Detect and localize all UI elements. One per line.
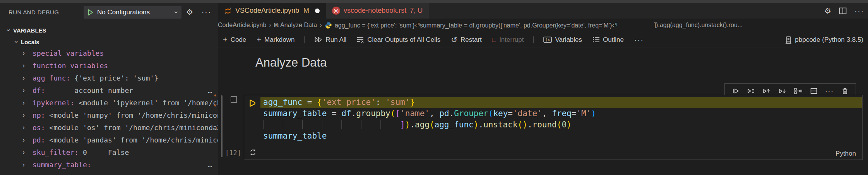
value-overflow-ellipsis: … [208, 86, 212, 94]
code-line[interactable]: summary_table [260, 130, 862, 142]
chevron-right-icon: › [22, 161, 25, 169]
variable-name: sku_filter: [33, 148, 79, 156]
variable-value: 0 False [79, 148, 129, 156]
variable-row[interactable]: ›df: account number… [0, 84, 218, 96]
add-markdown-cell-button[interactable]: + Markdown [257, 35, 294, 44]
variable-name: function variables [33, 62, 108, 70]
code-cell-editor[interactable]: agg_func = {'ext price': 'sum'}summary_t… [244, 95, 863, 160]
variable-value: <module 'pandas' from '/home/chris/minic… [45, 136, 218, 144]
breadcrumb-cell-code-tail[interactable]: ]).agg(agg_func).unstack().rou... [654, 22, 743, 29]
variable-row[interactable]: ›ipykernel: <module 'ipykernel' from '/h… [0, 96, 218, 109]
clear-outputs-icon [357, 36, 364, 43]
code-line[interactable]: summary_table = df.groupby(['name', pd.G… [260, 108, 862, 119]
breadcrumb-separator: › [320, 21, 322, 29]
kernel-icon [785, 36, 792, 44]
variable-name: df: [33, 86, 45, 94]
panel-title: RUN AND DEBUG [9, 9, 59, 15]
variable-row[interactable]: ›agg_func: {'ext price': 'sum'} [0, 72, 218, 84]
overview-marker-dot [214, 94, 216, 96]
split-editor-icon[interactable] [839, 7, 847, 14]
vscode-window: RUN AND DEBUG No Configurations › ⚙ ··· … [0, 0, 868, 175]
window-top-strip [0, 0, 868, 3]
kernel-picker[interactable]: pbpcode (Python 3.8.5) [785, 36, 863, 44]
variables-section-header[interactable]: › VARIABLES [0, 25, 218, 36]
button-label: Code [231, 36, 247, 44]
show-outline-button[interactable]: Outline [592, 36, 624, 44]
variable-name: pd: [33, 136, 45, 144]
variable-row[interactable]: ›np: <module 'numpy' from '/home/chris/m… [0, 109, 218, 121]
launch-configuration-dropdown[interactable]: No Configurations › [84, 6, 181, 19]
variable-value: <module 'os' from '/home/chris/miniconda… [45, 124, 218, 132]
variable-value: <module 'numpy' from '/home/chris/minico… [45, 111, 218, 119]
show-variables-button[interactable]: (x) Variables [543, 36, 582, 44]
more-actions-icon[interactable]: ··· [854, 7, 864, 14]
split-cell-icon[interactable] [810, 87, 818, 95]
chevron-down-icon: › [5, 29, 12, 31]
variable-row[interactable]: ›function variables [0, 59, 218, 72]
jupyter-icon [224, 7, 232, 15]
toolbar-divider [304, 36, 305, 43]
notebook-toolbar: + Code + Markdown Run All [218, 32, 868, 48]
run-cell-contents-icon[interactable] [747, 87, 755, 95]
variables-section-label: VARIABLES [13, 27, 46, 34]
button-label: Interrupt [499, 36, 524, 44]
add-code-cell-button[interactable]: + Code [223, 35, 246, 44]
variable-row[interactable]: ›summary_table:… [0, 158, 218, 171]
unsaved-changes-dot-icon[interactable] [315, 9, 320, 13]
run-by-line-icon[interactable] [732, 87, 740, 95]
breadcrumb-section[interactable]: Analyze Data [280, 22, 317, 29]
editor-area: VSCodeArticle.ipynb M {R} vscode-noteboo… [218, 3, 868, 175]
variable-name: np: [33, 111, 45, 119]
interrupt-square-icon: □ [492, 36, 496, 44]
debug-more-actions-icon[interactable]: ··· [202, 8, 211, 15]
tab-vscode-notebook-rst[interactable]: {R} vscode-notebook.rst 7, U [326, 3, 429, 19]
plus-icon: + [223, 35, 228, 44]
cell-focus-indicator[interactable] [221, 95, 223, 157]
restart-kernel-button[interactable]: ↺ Restart [451, 35, 482, 45]
manage-gear-icon[interactable]: ⚙ [824, 7, 831, 15]
variable-name: os: [33, 124, 45, 132]
git-modified-badge: M [303, 7, 309, 15]
tab-label: vscode-notebook.rst [344, 7, 406, 15]
variable-value: {'ext price': 'sum'} [70, 74, 159, 82]
button-label: Variables [555, 36, 582, 44]
run-and-debug-panel: RUN AND DEBUG No Configurations › ⚙ ··· … [0, 3, 218, 175]
execute-above-cells-icon[interactable] [762, 87, 770, 95]
kernel-label: pbpcode (Python 3.8.5) [795, 36, 863, 44]
breadcrumb-file[interactable]: CodeArticle.ipynb [218, 22, 266, 29]
variable-row[interactable]: ›sku_filter: 0 False [0, 146, 218, 158]
cell-more-actions-icon[interactable]: ··· [825, 88, 834, 94]
configuration-label: No Configurations [97, 9, 150, 16]
code-line[interactable]: ]).agg(agg_func).unstack().round(0) [260, 119, 862, 130]
editor-tab-bar: VSCodeArticle.ipynb M {R} vscode-noteboo… [218, 3, 868, 19]
code-content[interactable]: agg_func = {'ext price': 'sum'}summary_t… [260, 97, 862, 142]
breadcrumb-cell-code[interactable]: agg_func = {'ext price': 'sum'}⏎summary_… [335, 22, 617, 29]
editor-group-actions: ⚙ ··· [824, 3, 864, 19]
debug-settings-gear-icon[interactable]: ⚙ [186, 8, 193, 16]
execute-cell-and-below-icon[interactable] [778, 87, 786, 95]
squares-arrow-icon[interactable] [794, 87, 802, 95]
variable-name: special variables [33, 49, 104, 57]
button-label: Markdown [264, 36, 294, 44]
run-all-button[interactable]: Run All [314, 36, 346, 44]
clear-outputs-button[interactable]: Clear Outputs of All Cells [357, 36, 440, 44]
locals-scope-header[interactable]: › Locals [0, 36, 218, 47]
start-debug-icon[interactable] [87, 9, 94, 16]
code-line[interactable]: agg_func = {'ext price': 'sum'} [260, 97, 862, 108]
cell-language-picker[interactable]: Python [835, 150, 856, 158]
cell-collapse-toggle[interactable] [231, 96, 237, 103]
variable-row[interactable]: ›pd: <module 'pandas' from '/home/chris/… [0, 134, 218, 146]
plus-icon: + [257, 35, 261, 44]
run-cell-button[interactable] [247, 98, 257, 108]
variable-value: account number [45, 86, 134, 94]
sync-icon[interactable] [249, 148, 257, 156]
interrupt-kernel-button: □ Interrupt [492, 36, 524, 44]
delete-cell-icon[interactable] [841, 87, 849, 95]
variable-row[interactable]: ›special variables [0, 47, 218, 59]
tab-vscodearticle-ipynb[interactable]: VSCodeArticle.ipynb M [218, 3, 326, 19]
tab-label: VSCodeArticle.ipynb [235, 7, 299, 15]
variable-row[interactable]: ›os: <module 'os' from '/home/chris/mini… [0, 121, 218, 134]
notebook-more-actions-icon[interactable]: ··· [634, 36, 644, 43]
button-label: Outline [603, 36, 624, 44]
chevron-right-icon: › [22, 136, 25, 144]
